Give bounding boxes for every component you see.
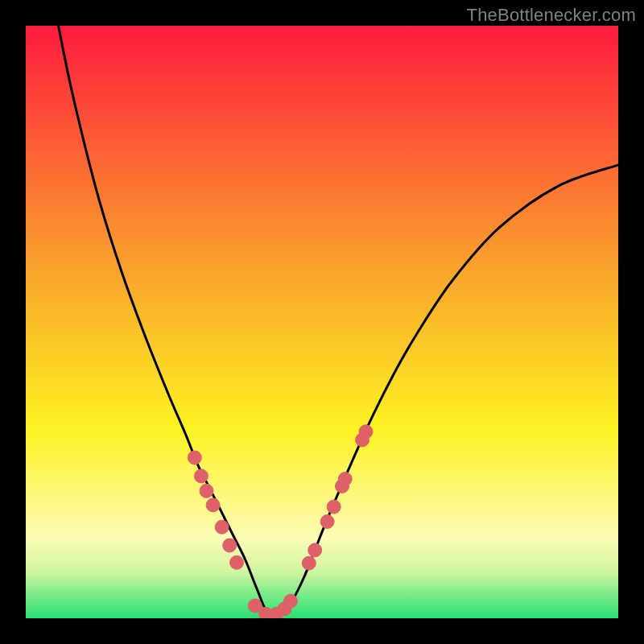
data-marker [230,555,244,569]
bottleneck-chart [26,26,618,618]
attribution-label: TheBottlenecker.com [467,5,636,26]
data-marker [215,520,229,534]
chart-frame [26,26,618,618]
data-marker [200,484,213,497]
data-marker [308,543,322,557]
data-marker [223,539,237,552]
data-marker [327,500,341,514]
data-marker [194,469,208,483]
data-marker [206,498,220,512]
data-marker [188,451,201,464]
data-marker [302,556,316,570]
data-marker [359,425,373,439]
data-marker [320,515,334,529]
data-marker [284,594,298,608]
data-marker [338,473,352,486]
